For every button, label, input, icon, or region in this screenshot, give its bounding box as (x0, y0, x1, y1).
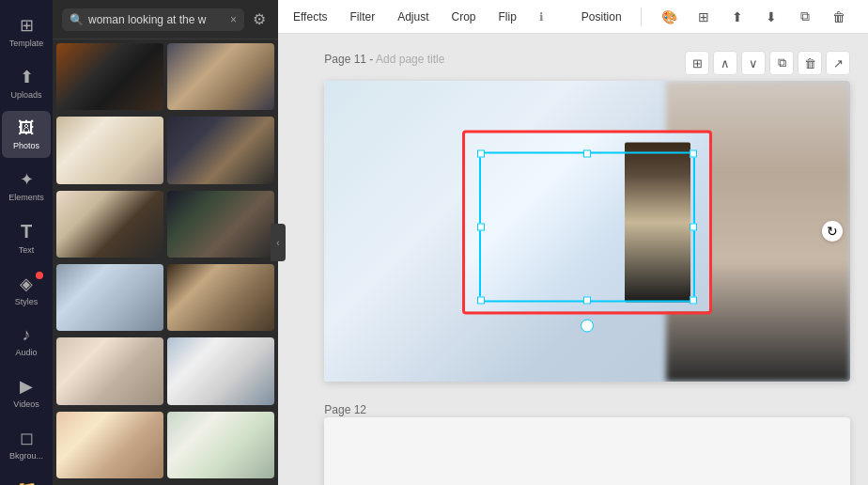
search-bar: 🔍 × ⚙ (53, 0, 278, 39)
photo-person (625, 143, 690, 303)
photo-item[interactable] (56, 337, 163, 404)
page-down-button[interactable]: ∨ (741, 51, 766, 75)
text-icon: T (21, 221, 32, 242)
toolbar-color-button[interactable]: 🎨 (657, 4, 683, 30)
sidebar-item-styles[interactable]: ◈ Styles (2, 266, 51, 314)
sidebar-label-videos: Videos (13, 399, 39, 409)
elements-icon: ✦ (20, 169, 34, 190)
toolbar-copy-button[interactable]: ⧉ (792, 4, 818, 30)
sidebar-item-text[interactable]: T Text (2, 213, 51, 262)
toolbar-delete-button[interactable]: 🗑 (826, 4, 852, 30)
page-11-container: Page 11 - Add page title ⊞ ∧ ∨ ⧉ 🗑 ↗ (324, 53, 850, 382)
canvas-area: Page 11 - Add page title ⊞ ∧ ∨ ⧉ 🗑 ↗ (278, 34, 868, 485)
toolbar-down-button[interactable]: ⬇ (758, 4, 784, 30)
sidebar-item-photos[interactable]: 🖼 Photos (2, 111, 51, 158)
photo-item[interactable] (167, 117, 274, 183)
bkgroup-icon: ◻ (20, 428, 34, 448)
sidebar: ⊞ Template ⬆ Uploads 🖼 Photos ✦ Elements… (0, 0, 53, 485)
page-11-label: Page 11 - Add page title (324, 53, 444, 66)
clear-search-button[interactable]: × (230, 13, 237, 26)
page-duplicate-button[interactable]: ⧉ (769, 51, 794, 75)
sidebar-label-template: Template (9, 39, 44, 48)
photo-item[interactable] (56, 264, 163, 331)
sidebar-label-elements: Elements (8, 193, 44, 202)
photo-item[interactable] (167, 264, 274, 331)
folders-icon: 📁 (16, 479, 37, 485)
audio-icon: ♪ (23, 325, 31, 345)
photo-item[interactable] (167, 191, 274, 258)
photo-grid (53, 39, 278, 485)
crop-button[interactable]: Crop (448, 8, 480, 26)
page-12-canvas[interactable] (324, 417, 850, 485)
sidebar-label-styles: Styles (15, 297, 39, 306)
photos-icon: 🖼 (18, 118, 35, 138)
styles-icon: ◈ (20, 274, 33, 294)
sidebar-label-text: Text (19, 245, 35, 255)
videos-icon: ▶ (20, 376, 33, 397)
toolbar-up-button[interactable]: ⬆ (724, 4, 751, 30)
search-icon: 🔍 (70, 13, 84, 26)
rotate-handle[interactable] (581, 320, 594, 333)
photo-item[interactable] (56, 412, 163, 478)
photo-item[interactable] (56, 191, 163, 258)
sidebar-item-uploads[interactable]: ⬆ Uploads (2, 59, 51, 107)
top-toolbar: Effects Filter Adjust Crop Flip ℹ Positi… (278, 0, 868, 34)
search-input[interactable] (88, 13, 225, 26)
sidebar-label-audio: Audio (15, 348, 37, 357)
photo-item[interactable] (167, 412, 274, 478)
uploads-icon: ⬆ (20, 67, 34, 87)
photo-item[interactable] (56, 43, 163, 110)
page-title-placeholder[interactable]: Add page title (376, 53, 444, 66)
page-delete-button[interactable]: 🗑 (798, 51, 822, 75)
page-11-canvas[interactable]: ↻ (324, 81, 850, 382)
filter-button[interactable]: Filter (346, 8, 379, 26)
toolbar-grid-button[interactable]: ⊞ (690, 4, 717, 30)
toolbar-export-button[interactable]: ↗ (860, 4, 868, 30)
page-share-button[interactable]: ↗ (826, 51, 850, 75)
photo-item[interactable] (167, 337, 274, 404)
sidebar-item-audio[interactable]: ♪ Audio (2, 318, 51, 365)
sidebar-label-bkgroup: Bkgrou... (9, 451, 43, 461)
photo-content (465, 133, 709, 312)
sidebar-label-photos: Photos (13, 141, 39, 150)
effects-button[interactable]: Effects (289, 8, 331, 26)
editor-area: Effects Filter Adjust Crop Flip ℹ Positi… (278, 0, 868, 485)
page-add-button[interactable]: ⊞ (685, 51, 709, 75)
filter-button[interactable]: ⚙ (250, 8, 269, 31)
sidebar-label-uploads: Uploads (10, 90, 41, 100)
search-wrapper: 🔍 × (62, 8, 244, 31)
flip-button[interactable]: Flip (495, 8, 520, 26)
toolbar-divider (641, 8, 642, 26)
page-12-container: Page 12 (324, 400, 850, 485)
sidebar-item-folders[interactable]: 📁 Folders (2, 472, 51, 485)
template-icon: ⊞ (20, 15, 34, 36)
position-button[interactable]: Position (578, 8, 626, 26)
page-up-button[interactable]: ∧ (713, 51, 737, 75)
sidebar-item-template[interactable]: ⊞ Template (2, 8, 51, 55)
selected-image[interactable] (465, 133, 709, 312)
sidebar-item-bkgroup[interactable]: ◻ Bkgrou... (2, 420, 51, 468)
page-12-label: Page 12 (324, 403, 366, 416)
sidebar-item-elements[interactable]: ✦ Elements (2, 162, 51, 210)
panel-collapse-handle[interactable]: ‹ (271, 224, 286, 261)
info-button[interactable]: ℹ (535, 8, 548, 26)
adjust-button[interactable]: Adjust (394, 8, 432, 26)
canvas-rotate-button[interactable]: ↻ (822, 221, 843, 242)
toolbar-right: 🎨 ⊞ ⬆ ⬇ ⧉ 🗑 ↗ (657, 4, 868, 30)
sidebar-item-videos[interactable]: ▶ Videos (2, 368, 51, 416)
photos-panel: 🔍 × ⚙ ‹ (53, 0, 278, 485)
photo-item[interactable] (167, 43, 274, 110)
photo-item[interactable] (56, 117, 163, 183)
styles-badge (36, 272, 43, 279)
